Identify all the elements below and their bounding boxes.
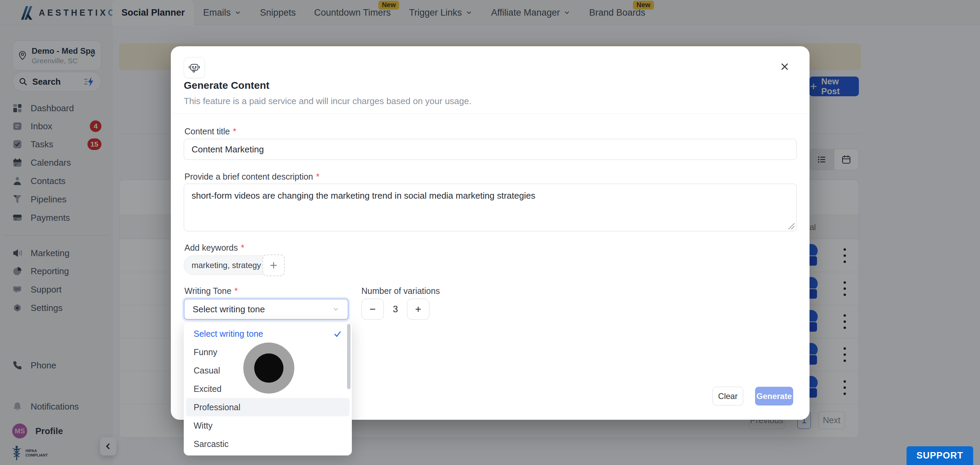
dropdown-option-sarcastic[interactable]: Sarcastic	[186, 435, 350, 453]
dropdown-scrollbar[interactable]	[347, 324, 350, 389]
dropdown-option-casual[interactable]: Casual	[186, 361, 350, 379]
close-icon	[780, 62, 790, 72]
dropdown-option-funny[interactable]: Funny	[186, 343, 350, 361]
plus-icon	[414, 305, 423, 314]
variations-decrement-button[interactable]	[361, 299, 384, 320]
keywords-label: Add keywords*	[185, 243, 244, 253]
variations-value: 3	[384, 299, 407, 320]
support-button[interactable]: SUPPORT	[907, 446, 973, 465]
dropdown-option-professional[interactable]: Professional	[186, 398, 350, 416]
required-asterisk: *	[241, 243, 244, 252]
required-asterisk: *	[316, 172, 320, 181]
writing-tone-select[interactable]: Select writing tone	[184, 299, 348, 320]
modal-title: Generate Content	[184, 79, 269, 91]
resize-handle[interactable]	[788, 223, 795, 229]
variations-label: Number of variations	[361, 286, 440, 296]
minus-icon	[368, 305, 377, 314]
robot-icon	[188, 61, 201, 74]
add-keyword-button[interactable]	[262, 254, 285, 276]
close-modal-button[interactable]	[778, 60, 791, 73]
content-title-input[interactable]	[184, 139, 797, 160]
writing-tone-dropdown: Select writing tone Funny Casual Excited…	[184, 322, 352, 455]
modal-divider	[171, 114, 810, 114]
robot-icon-badge	[184, 57, 205, 78]
required-asterisk: *	[233, 127, 236, 136]
generate-button[interactable]: Generate	[755, 387, 793, 405]
clear-button[interactable]: Clear	[713, 387, 743, 405]
check-icon	[333, 329, 342, 338]
required-asterisk: *	[234, 286, 238, 295]
dropdown-option-excited[interactable]: Excited	[186, 379, 350, 398]
plus-icon	[269, 260, 278, 270]
dropdown-option-witty[interactable]: Witty	[186, 416, 350, 435]
variations-increment-button[interactable]	[407, 299, 430, 320]
modal-subtitle: This feature is a paid service and will …	[184, 96, 471, 106]
dropdown-option-select-writing-tone[interactable]: Select writing tone	[186, 325, 350, 343]
writing-tone-label: Writing Tone*	[185, 286, 238, 296]
app-window: AESTHETIXCRM Social Planner Emails Snipp…	[0, 0, 980, 465]
description-label: Provide a brief content description*	[185, 172, 320, 182]
content-title-label: Content title*	[185, 127, 236, 136]
description-textarea[interactable]: short-form videos are changing the marke…	[184, 184, 797, 231]
chevron-down-icon	[332, 305, 340, 313]
